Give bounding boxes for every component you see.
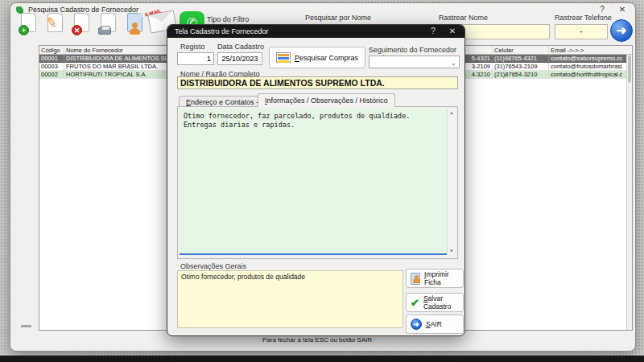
observacoes-label: Observações Gerais	[180, 262, 246, 270]
cell-codigo: 00001	[39, 55, 64, 62]
help-button[interactable]: ?	[597, 5, 608, 14]
sair-label: SAIR	[426, 320, 442, 328]
scroll-up-icon[interactable]: ▲	[448, 110, 456, 115]
search-go-button[interactable]: ➜	[610, 19, 633, 42]
rastrear-nome-label: Rastrear Nome	[439, 14, 488, 22]
registo-label: Registo	[180, 43, 205, 51]
header-celular[interactable]: Celular	[493, 46, 549, 54]
delete-record-button[interactable]: ✕	[72, 13, 92, 35]
dialog-titlebar: Tela Cadastro de Fornecedor ? ✕	[167, 25, 464, 38]
close-button[interactable]: ✕	[617, 5, 628, 14]
pesquisar-compras-button[interactable]: Pesquisar Compras	[269, 47, 365, 68]
data-cadastro-label: Data Cadastro	[217, 43, 264, 51]
sair-button[interactable]: ➜ SAIR	[406, 315, 464, 334]
dialog-close-button[interactable]: ✕	[447, 27, 458, 35]
historico-memo[interactable]: Otimo fornecedor, faz parcelado, produto…	[180, 109, 447, 255]
header-codigo[interactable]: Código	[39, 46, 64, 54]
cell-celular: (11)98765-4321	[493, 55, 549, 62]
chevron-down-icon: ⌄	[450, 57, 456, 68]
cell-email: contato@frutosdomarbrasil.com	[549, 63, 622, 70]
cell-codigo: 00003	[39, 63, 64, 70]
spreadsheet-icon	[276, 52, 291, 63]
cell-celular: (21)87654-3210	[493, 71, 549, 78]
tipo-filtro-label: Tipo do Filtro	[207, 15, 249, 23]
pencil-icon: ✎	[45, 14, 59, 32]
imprimir-ficha-button[interactable]: Imprimir Ficha	[406, 269, 464, 288]
scroll-down-icon[interactable]: ▼	[448, 249, 456, 253]
new-record-button[interactable]: +	[19, 13, 39, 35]
pesquisar-nome-label: Pesquisar por Nome	[305, 14, 371, 22]
edit-record-button[interactable]: ✎	[45, 13, 65, 35]
rastrear-telefone-label: Rastrear Telefone	[555, 14, 612, 22]
dialog-help-button[interactable]: ?	[427, 27, 439, 35]
data-cadastro-input[interactable]: 25/10/2023	[217, 52, 262, 65]
memo-scrollbar[interactable]: ▲ ▼	[447, 109, 456, 255]
rastrear-telefone-input[interactable]: -	[555, 24, 608, 39]
dialog-title: Tela Cadastro de Fornecedor	[175, 27, 269, 35]
cell-email: contato@hortifrutitropical.com	[549, 71, 622, 78]
status-text: Para fechar a tela ESC ou botão SAIR	[167, 336, 467, 343]
person-icon	[132, 23, 138, 28]
tab-informacoes-observacoes[interactable]: Informações / Observações / Histórico	[258, 93, 395, 107]
salvar-cadastro-button[interactable]: ✔ Salvar Cadastro	[406, 293, 464, 312]
salvar-cadastro-label: Salvar Cadastro	[423, 294, 463, 311]
header-email[interactable]: Email ->->->	[549, 46, 622, 54]
person-document-icon	[411, 273, 420, 285]
exit-arrow-icon: ➜	[411, 319, 422, 330]
table-scrollbar[interactable]	[626, 55, 632, 330]
cell-celular: (31)76543-2109	[493, 63, 549, 70]
print-list-button[interactable]	[98, 13, 118, 35]
pesquisar-compras-label: Pesquisar Compras	[295, 54, 358, 62]
tab-panel: Otimo fornecedor, faz parcelado, produto…	[177, 106, 458, 259]
checkmark-icon: ✔	[411, 297, 419, 309]
observacoes-memo[interactable]: Otimo fornecedor, produtos de qualidade	[177, 270, 403, 328]
supplier-report-button[interactable]	[125, 13, 145, 35]
imprimir-ficha-label: Imprimir Ficha	[424, 270, 463, 286]
printer-icon	[98, 27, 111, 35]
taskbar[interactable]	[0, 356, 644, 362]
tab-endereco-contatos[interactable]: Endereço e Contatos ->	[179, 96, 270, 107]
registo-input[interactable]: 1	[177, 52, 214, 65]
hscroll-thumb[interactable]	[21, 325, 31, 327]
plus-icon: +	[19, 25, 29, 35]
cell-email: contato@saborsupremo.com	[549, 55, 622, 62]
scrollbar-thumb[interactable]	[628, 56, 631, 83]
nome-razao-input[interactable]: DISTRIBUIDORA DE ALIMENTOS SUPREMO LTDA.	[177, 76, 458, 89]
supplier-dialog: Tela Cadastro de Fornecedor ? ✕ Registo …	[167, 24, 465, 336]
delete-x-icon: ✕	[72, 25, 82, 35]
person-icon	[130, 28, 140, 35]
seguimento-select[interactable]: ⌄	[369, 56, 460, 68]
cell-codigo: 00002	[39, 71, 64, 78]
